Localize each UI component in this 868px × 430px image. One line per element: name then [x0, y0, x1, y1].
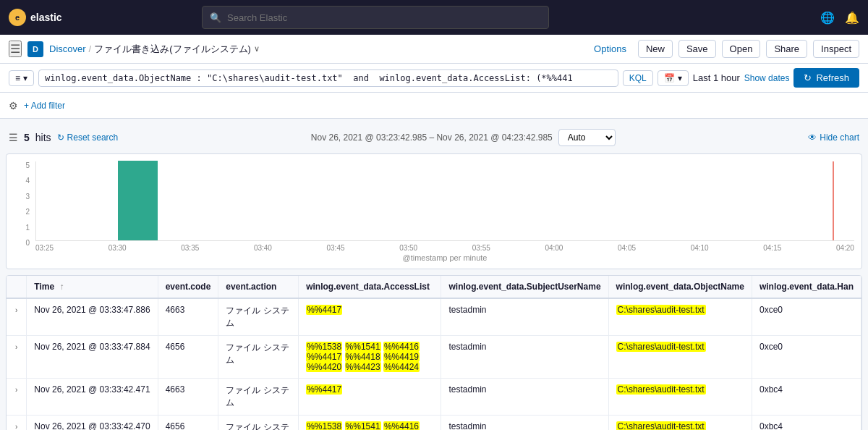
cell-handle: 0xce0	[752, 336, 861, 379]
cell-subject-user: testadmin	[441, 416, 608, 431]
cell-event-code: 4656	[158, 416, 218, 431]
breadcrumb-parent[interactable]: Discover	[49, 43, 86, 54]
cell-event-action: ファイル システム	[218, 416, 299, 431]
breadcrumb: Discover / ファイル書き込み(ファイルシステム) ∨	[49, 43, 260, 56]
breadcrumb-current: ファイル書き込み(ファイルシステム)	[94, 43, 251, 56]
hide-chart-label: Hide chart	[820, 132, 859, 143]
filter-options-button[interactable]: ⚙	[9, 100, 18, 111]
cell-access-list: %%1538 %%1541 %%4416 %%4417 %%4418 %%441…	[299, 336, 441, 379]
x-label: 03:25	[35, 244, 54, 252]
th-time[interactable]: Time ↑	[27, 276, 158, 298]
filter-toggle-chevron: ▾	[23, 73, 27, 83]
hide-chart-button[interactable]: 👁 Hide chart	[808, 132, 859, 143]
bell-icon[interactable]: 🔔	[845, 11, 859, 25]
interval-select[interactable]: Auto Second Minute Hour	[558, 129, 616, 146]
current-time-marker	[833, 161, 834, 240]
x-label: 04:15	[763, 244, 781, 252]
refresh-label: Refresh	[816, 72, 849, 83]
cell-access-list: %%4417	[299, 379, 441, 416]
cell-handle: 0xbc4	[752, 416, 861, 431]
y-label-4: 4	[25, 177, 30, 185]
inspect-button[interactable]: Inspect	[813, 40, 859, 58]
search-input[interactable]	[227, 12, 541, 23]
main-content: ☰ 5 hits ↻ Reset search Nov 26, 2021 @ 0…	[0, 119, 868, 430]
open-button[interactable]: Open	[722, 40, 761, 58]
cell-event-code: 4663	[158, 379, 218, 416]
global-search-bar[interactable]: 🔍	[202, 6, 549, 29]
chart-bar	[118, 161, 158, 240]
cell-time: Nov 26, 2021 @ 03:33:42.470	[27, 416, 158, 431]
save-button[interactable]: Save	[678, 40, 716, 58]
cell-access-list: %%4417	[299, 298, 441, 336]
cell-time: Nov 26, 2021 @ 03:33:42.471	[27, 379, 158, 416]
table-row: ›Nov 26, 2021 @ 03:33:42.4704656ファイル システ…	[7, 416, 861, 431]
cell-time: Nov 26, 2021 @ 03:33:47.884	[27, 336, 158, 379]
reset-search-label: Reset search	[67, 132, 119, 143]
cell-event-action: ファイル システム	[218, 298, 299, 336]
cell-event-action: ファイル システム	[218, 379, 299, 416]
chart-x-labels: 03:25 03:30 03:35 03:40 03:45 03:50 03:5…	[35, 244, 854, 252]
th-object-name[interactable]: winlog.event_data.ObjectName	[608, 276, 752, 298]
row-expand-button[interactable]: ›	[14, 343, 19, 351]
reset-search-button[interactable]: ↻ Reset search	[57, 132, 119, 143]
reset-search-icon: ↻	[57, 132, 64, 143]
th-access-list[interactable]: winlog.event_data.AccessList	[299, 276, 441, 298]
cell-handle: 0xbc4	[752, 379, 861, 416]
breadcrumb-chevron[interactable]: ∨	[254, 44, 260, 54]
y-label-3: 3	[25, 193, 30, 201]
x-label: 03:55	[472, 244, 490, 252]
th-subject-user[interactable]: winlog.event_data.SubjectUserName	[441, 276, 608, 298]
chart-time-range-label: Nov 26, 2021 @ 03:23:42.985 – Nov 26, 20…	[311, 132, 553, 143]
kql-badge[interactable]: KQL	[623, 70, 653, 86]
chart-y-axis: 5 4 3 2 1 0	[7, 161, 33, 247]
cell-object-name: C:\shares\audit-test.txt	[608, 336, 752, 379]
app-badge: D	[27, 41, 43, 57]
row-expand-button[interactable]: ›	[14, 306, 19, 314]
cell-object-name: C:\shares\audit-test.txt	[608, 298, 752, 336]
calendar-icon: 📅	[664, 73, 675, 83]
share-button[interactable]: Share	[766, 40, 807, 58]
show-dates-button[interactable]: Show dates	[744, 73, 790, 83]
add-filter-label: + Add filter	[24, 101, 65, 111]
kql-query-input[interactable]	[38, 69, 618, 87]
cell-object-name: C:\shares\audit-test.txt	[608, 416, 752, 431]
cell-handle: 0xce0	[752, 298, 861, 336]
filter-toggle-button[interactable]: ≡ ▾	[9, 70, 34, 86]
hamburger-menu-button[interactable]: ☰	[9, 41, 22, 57]
time-picker[interactable]: 📅 ▾	[658, 70, 689, 86]
table-header-row: Time ↑ event.code event.action winlog.ev…	[7, 276, 861, 298]
results-table: Time ↑ event.code event.action winlog.ev…	[6, 275, 862, 430]
time-range-display: Last 1 hour	[693, 72, 740, 83]
chart-x-title: @timestamp per minute	[35, 253, 854, 262]
x-label: 04:00	[545, 244, 563, 252]
x-label: 04:05	[618, 244, 636, 252]
y-label-2: 2	[25, 208, 30, 216]
x-label: 03:45	[327, 244, 345, 252]
chart-bars	[35, 161, 854, 241]
th-handle[interactable]: winlog.event_data.Han	[752, 276, 861, 298]
filter-toggle-icon: ≡	[15, 73, 20, 83]
globe-icon[interactable]: 🌐	[820, 11, 835, 25]
cell-event-action: ファイル システム	[218, 336, 299, 379]
second-bar-actions: Options New Save Open Share Inspect	[588, 40, 859, 58]
x-label: 03:50	[399, 244, 417, 252]
x-label: 04:20	[836, 244, 854, 252]
cell-subject-user: testadmin	[441, 336, 608, 379]
filter-bar: ≡ ▾ KQL 📅 ▾ Last 1 hour Show dates ↻ Ref…	[0, 64, 868, 93]
y-label-0: 0	[25, 239, 30, 247]
options-button[interactable]: Options	[588, 41, 632, 57]
row-expand-button[interactable]: ›	[14, 423, 19, 430]
new-button[interactable]: New	[638, 40, 673, 58]
cell-subject-user: testadmin	[441, 379, 608, 416]
table-row: ›Nov 26, 2021 @ 03:33:47.8844656ファイル システ…	[7, 336, 861, 379]
cell-access-list: %%1538 %%1541 %%4416 %%4417 %%4418 %%441…	[299, 416, 441, 431]
elastic-logo: e elastic	[9, 9, 62, 26]
refresh-button[interactable]: ↻ Refresh	[793, 68, 859, 88]
top-nav: e elastic 🔍 🌐 🔔	[0, 0, 868, 35]
add-filter-button[interactable]: + Add filter	[24, 101, 65, 111]
row-expand-button[interactable]: ›	[14, 386, 19, 394]
th-event-code[interactable]: event.code	[158, 276, 218, 298]
breadcrumb-separator: /	[89, 43, 92, 54]
th-event-action[interactable]: event.action	[218, 276, 299, 298]
cell-time: Nov 26, 2021 @ 03:33:47.886	[27, 298, 158, 336]
